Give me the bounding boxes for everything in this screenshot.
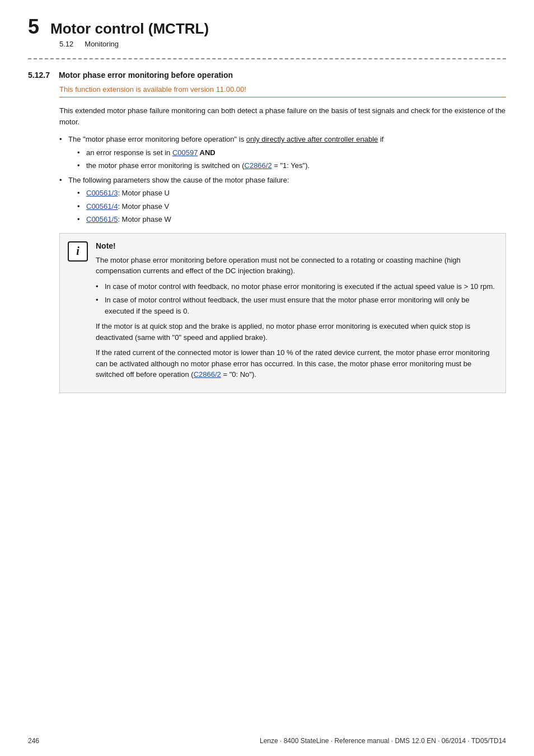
note-bullet-2: In case of motor control without feedbac… (96, 295, 495, 316)
bullet1-underline: only directly active after controller en… (246, 135, 378, 143)
sub-bullet-2: the motor phase error monitoring is swit… (77, 160, 506, 171)
page-footer: 246 Lenze · 8400 StateLine · Reference m… (28, 737, 506, 745)
chapter-sub-title: Monitoring (85, 40, 119, 48)
sub-bullet-list-1: an error response is set in C00597 AND t… (77, 147, 506, 171)
chapter-title-row: 5 Motor control (MCTRL) (28, 17, 506, 38)
bullet-item-1: The "motor phase error monitoring before… (59, 134, 506, 171)
param3-suffix: : Motor phase W (118, 215, 171, 223)
bullet1-prefix: The "motor phase error monitoring before… (68, 135, 246, 143)
note-bullet-list: In case of motor control with feedback, … (96, 281, 495, 317)
content-area: This extended motor phase failure monito… (59, 105, 506, 393)
sub-bullet-1: an error response is set in C00597 AND (77, 147, 506, 158)
bullet2-text: The following parameters show the cause … (68, 176, 289, 184)
footer-page-number: 246 (28, 737, 39, 745)
version-notice: This function extension is available fro… (59, 85, 506, 94)
param2-item: C00561/4: Motor phase V (77, 201, 506, 212)
chapter-number: 5 (28, 17, 39, 37)
param3-item: C00561/5: Motor phase W (77, 214, 506, 225)
note-para-1: The motor phase error monitoring before … (96, 255, 495, 277)
note-title: Note! (96, 241, 495, 250)
c00561-5-link[interactable]: C00561/5 (86, 215, 118, 223)
sub2-prefix: the motor phase error monitoring is swit… (86, 161, 245, 170)
sub-bullet-list-2: C00561/3: Motor phase U C00561/4: Motor … (77, 188, 506, 225)
note-para-2: If the motor is at quick stop and the br… (96, 321, 495, 343)
chapter-subtitle-row: 5.12 Monitoring (28, 40, 506, 48)
note-para-3: If the rated current of the connected mo… (96, 347, 495, 380)
param2-suffix: : Motor phase V (118, 202, 169, 211)
sub2-suffix: = "1: Yes"). (272, 161, 310, 170)
param1-item: C00561/3: Motor phase U (77, 188, 506, 199)
c2866-2-link[interactable]: C2866/2 (245, 161, 272, 170)
chapter-title: Motor control (MCTRL) (50, 20, 209, 38)
note-content: Note! The motor phase error monitoring b… (96, 241, 495, 385)
c00597-link[interactable]: C00597 (172, 148, 198, 157)
section-divider (59, 97, 506, 97)
note-box: i Note! The motor phase error monitoring… (59, 233, 506, 393)
sub1-suffix: AND (198, 148, 215, 157)
page-header: 5 Motor control (MCTRL) 5.12 Monitoring (28, 17, 506, 48)
note-para3-suffix: = "0: No"). (221, 370, 256, 379)
section-title: Motor phase error monitoring before oper… (59, 71, 233, 80)
info-icon: i (68, 241, 88, 262)
intro-paragraph: This extended motor phase failure monito… (59, 105, 506, 127)
header-divider (28, 58, 506, 59)
c00561-4-link[interactable]: C00561/4 (86, 202, 118, 211)
footer-document-info: Lenze · 8400 StateLine · Reference manua… (260, 737, 506, 745)
bullet1-suffix: if (378, 135, 383, 143)
section-number: 5.12.7 (28, 71, 50, 80)
param1-suffix: : Motor phase U (118, 189, 170, 197)
main-bullet-list: The "motor phase error monitoring before… (59, 134, 506, 225)
c00561-3-link[interactable]: C00561/3 (86, 189, 118, 197)
section-heading: 5.12.7 Motor phase error monitoring befo… (28, 71, 506, 80)
note-c2866-2-link[interactable]: C2866/2 (194, 370, 221, 379)
note-bullet-1: In case of motor control with feedback, … (96, 281, 495, 292)
bullet-item-2: The following parameters show the cause … (59, 175, 506, 225)
sub1-prefix: an error response is set in (86, 148, 172, 157)
chapter-sub-number: 5.12 (59, 40, 73, 48)
note-para3-prefix: If the rated current of the connected mo… (96, 348, 490, 379)
